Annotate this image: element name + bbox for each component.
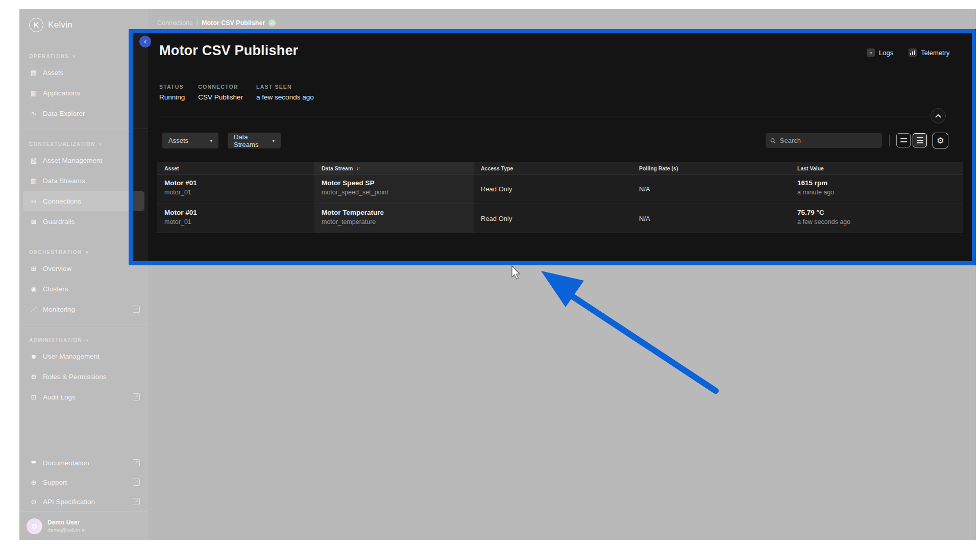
settings-gear-button[interactable]: ⚙ <box>933 133 948 148</box>
column-header-polling-rate[interactable]: Polling Rate (s) <box>632 162 790 174</box>
list-view-button[interactable] <box>913 133 927 147</box>
data-streams-dropdown-label: Data Streams <box>234 133 267 148</box>
dim-overlay-left <box>19 29 129 265</box>
collapse-sidebar-button[interactable]: ‹ <box>139 36 151 47</box>
logs-button[interactable]: ‹› Logs <box>867 48 893 57</box>
gear-icon: ⚙ <box>937 136 944 145</box>
last-value-time: a minute ago <box>797 189 963 196</box>
screenshot-canvas: K Kelvin˙ OPERATIONS ∨ ▤ Assets ▦ Applic… <box>0 0 980 551</box>
search-input[interactable] <box>779 136 877 145</box>
data-streams-dropdown[interactable]: Data Streams ▾ <box>228 133 281 148</box>
filter-toolbar: Assets ▾ Data Streams ▾ <box>148 133 976 148</box>
telemetry-label: Telemetry <box>921 49 949 57</box>
collapse-details-button[interactable] <box>930 108 946 123</box>
column-header-access-type[interactable]: Access Type <box>474 162 632 174</box>
compact-view-button[interactable] <box>896 133 911 147</box>
telemetry-button[interactable]: Telemetry <box>909 48 949 57</box>
asset-id: motor_01 <box>164 189 314 196</box>
table-row[interactable]: Motor #01 motor_01 Motor Temperature mot… <box>157 204 963 233</box>
last-seen-value: a few seconds ago <box>256 93 314 101</box>
caret-down-icon: ▾ <box>210 138 212 143</box>
access-type-cell: Read Only <box>474 204 632 233</box>
logs-label: Logs <box>879 49 893 57</box>
dim-overlay-top <box>19 9 976 29</box>
data-stream-cell: Motor Temperature motor_temperature <box>314 204 474 233</box>
logs-icon: ‹› <box>867 48 875 57</box>
dim-overlay-bottom <box>19 265 976 540</box>
table-row[interactable]: Motor #01 motor_01 Motor Speed SP motor_… <box>157 174 963 204</box>
telemetry-icon <box>909 48 917 57</box>
last-value: 1615 rpm <box>797 179 963 187</box>
connection-meta: STATUS Running CONNECTOR CSV Publisher L… <box>159 84 314 101</box>
stream-id: motor_temperature <box>322 218 474 226</box>
column-header-asset[interactable]: Asset <box>157 162 314 174</box>
toolbar-divider <box>927 135 927 146</box>
assets-dropdown[interactable]: Assets ▾ <box>162 133 218 148</box>
asset-name: Motor #01 <box>164 179 314 187</box>
assets-dropdown-label: Assets <box>168 137 188 144</box>
data-streams-table: Asset Data Stream ↓↑ Access Type Polling… <box>157 162 963 233</box>
asset-cell: Motor #01 motor_01 <box>157 174 314 204</box>
column-header-last-value[interactable]: Last Value <box>790 162 963 174</box>
asset-name: Motor #01 <box>164 209 314 216</box>
last-value-time: a few seconds ago <box>797 218 963 226</box>
sort-icons: ↓↑ <box>356 165 360 171</box>
status-value: Running <box>159 93 185 101</box>
table-header-row: Asset Data Stream ↓↑ Access Type Polling… <box>157 162 963 174</box>
search-box <box>766 133 882 148</box>
meta-label: LAST SEEN <box>256 84 314 90</box>
last-value-cell: 75.79 °C a few seconds ago <box>790 204 963 233</box>
chevron-up-icon <box>935 114 941 118</box>
meta-connector: CONNECTOR CSV Publisher <box>198 84 243 101</box>
list-view-icon <box>917 137 923 138</box>
search-icon <box>770 138 776 144</box>
stream-name: Motor Speed SP <box>322 179 474 187</box>
column-header-label: Data Stream <box>322 165 353 171</box>
stream-id: motor_speed_set_point <box>322 189 474 196</box>
last-value: 75.79 °C <box>797 209 963 216</box>
access-type-cell: Read Only <box>474 174 632 204</box>
data-stream-cell: Motor Speed SP motor_speed_set_point <box>314 174 474 204</box>
column-header-data-stream[interactable]: Data Stream ↓↑ <box>314 162 474 174</box>
polling-rate-cell: N/A <box>632 204 790 233</box>
asset-id: motor_01 <box>164 218 314 226</box>
meta-label: CONNECTOR <box>198 84 243 90</box>
last-value-cell: 1615 rpm a minute ago <box>790 174 963 204</box>
page-title: Motor CSV Publisher <box>159 43 298 59</box>
caret-down-icon: ▾ <box>272 138 275 143</box>
compact-view-icon <box>900 138 907 139</box>
sort-asc-icon: ↑ <box>358 165 360 171</box>
meta-label: STATUS <box>159 84 185 90</box>
asset-cell: Motor #01 motor_01 <box>157 204 314 233</box>
toolbar-divider <box>889 135 890 146</box>
stream-name: Motor Temperature <box>322 209 474 216</box>
connector-value: CSV Publisher <box>198 93 243 101</box>
meta-last-seen: LAST SEEN a few seconds ago <box>256 84 314 101</box>
page-actions: ‹› Logs Telemetry <box>867 48 950 57</box>
section-divider <box>159 116 930 116</box>
meta-status: STATUS Running <box>159 84 185 101</box>
polling-rate-cell: N/A <box>632 174 790 204</box>
